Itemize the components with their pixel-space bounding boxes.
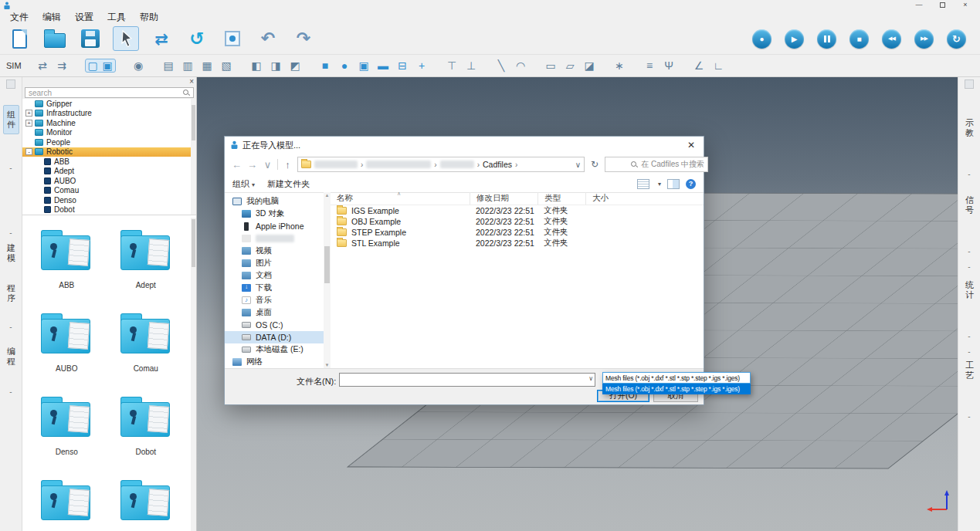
undo-button[interactable]: ↶ <box>255 26 281 51</box>
tree-scrollbar[interactable] <box>191 99 196 215</box>
close-button[interactable]: × <box>954 0 977 11</box>
place-disk-e[interactable]: 本地磁盘 (E:) <box>225 343 324 356</box>
line-icon[interactable]: ╲ <box>494 59 509 72</box>
panel-close-button[interactable]: × <box>189 77 194 86</box>
tab-statistics[interactable]: 统计 <box>963 276 976 304</box>
column-size[interactable]: 大小 <box>585 192 626 205</box>
folder-comau[interactable]: Comau <box>120 301 171 384</box>
layers-icon[interactable]: ≡ <box>643 59 657 72</box>
save-button[interactable] <box>77 26 103 51</box>
organize-button[interactable]: 组织▾ <box>232 178 255 190</box>
tree-item-comau[interactable]: Comau <box>22 186 192 196</box>
place-music[interactable]: 音乐 <box>225 294 324 306</box>
chevron-down-icon[interactable]: ▾ <box>658 181 661 188</box>
tree-item-aubo[interactable]: AUBO <box>22 176 192 186</box>
place-os-c[interactable]: OS (C:) <box>225 319 324 331</box>
component-search-input[interactable]: search <box>25 87 194 98</box>
places-scrollbar[interactable]: ▲ ▼ <box>324 192 331 368</box>
redo-button[interactable]: ↷ <box>290 26 317 51</box>
replay-button[interactable]: ↻ <box>947 29 966 49</box>
connect-icon[interactable]: ⇄ <box>36 59 50 72</box>
plane-icon[interactable]: ▭ <box>544 59 558 72</box>
mirror-x-icon[interactable]: ◧ <box>249 59 264 72</box>
tree-item-gripper[interactable]: Gripper <box>22 99 192 109</box>
file-type-option-highlighted[interactable]: Mesh files (*.obj *.dxf *.stl *.stp *.st… <box>602 384 751 394</box>
stop-button[interactable]: ■ <box>849 29 869 49</box>
address-bar[interactable]: › › › Cadfiles › ∨ <box>297 157 585 172</box>
tree-item-infr[interactable]: + Infrastructure <box>22 109 192 119</box>
transfer-icon[interactable]: ⇉ <box>55 59 70 72</box>
eye-icon[interactable]: ◉ <box>131 59 146 72</box>
viewport-3d[interactable]: 正在导入模型... ✕ ← → ∨ ↑ › › <box>197 77 958 531</box>
recent-locations-icon[interactable]: ∨ <box>262 159 273 171</box>
measure-top-icon[interactable]: ⊤ <box>445 59 459 72</box>
section-icon[interactable]: ◪ <box>582 59 597 72</box>
tree-item-machine[interactable]: + Machine <box>22 118 192 128</box>
file-row-step[interactable]: STEP Example 2022/3/23 22:51 文件夹 <box>331 227 704 238</box>
box-shape-icon[interactable]: ■ <box>318 59 333 72</box>
rotate-tool-button[interactable]: ↺ <box>184 26 210 51</box>
open-file-button[interactable] <box>42 26 68 51</box>
add-geometry-icon[interactable]: + <box>415 59 429 72</box>
tab-teach[interactable]: 示教 <box>963 114 976 142</box>
cube-select-icon[interactable]: ▣ <box>100 59 115 72</box>
folder-denso[interactable]: Denso <box>41 384 92 468</box>
menu-file[interactable]: 文件 <box>3 11 36 24</box>
place-documents[interactable]: 文档 <box>225 269 324 282</box>
file-row-obj[interactable]: OBJ Example 2022/3/23 22:51 文件夹 <box>331 216 704 227</box>
folder-aubo[interactable]: AUBO <box>41 301 92 384</box>
scroll-thumb[interactable] <box>324 246 330 283</box>
fast-forward-button[interactable]: ▶▶ <box>914 29 934 49</box>
place-desktop[interactable]: 桌面 <box>225 306 324 319</box>
mirror-y-icon[interactable]: ◨ <box>269 59 283 72</box>
chevron-down-icon[interactable]: ∨ <box>588 375 593 382</box>
place-videos[interactable]: 视频 <box>225 245 324 257</box>
place-network[interactable]: 网络 <box>225 356 324 368</box>
file-row-igs[interactable]: IGS Example 2022/3/23 22:51 文件夹 <box>331 205 704 216</box>
frame-icon[interactable]: ▱ <box>563 59 578 72</box>
stack-shape-icon[interactable]: ⊟ <box>395 59 410 72</box>
address-dropdown-icon[interactable]: ∨ <box>575 161 581 169</box>
panel-scrollbar[interactable] <box>191 218 196 531</box>
rewind-button[interactable]: ◀◀ <box>882 29 901 49</box>
sphere-shape-icon[interactable]: ● <box>337 59 352 72</box>
collapse-panel-button[interactable] <box>965 79 974 89</box>
clone-icon[interactable]: ▦ <box>200 59 215 72</box>
center-view-button[interactable] <box>219 26 246 51</box>
tab-programming[interactable]: 编程 <box>5 343 18 370</box>
pause-button[interactable] <box>817 29 836 49</box>
folder-abb[interactable]: ABB <box>41 218 92 301</box>
new-file-button[interactable] <box>6 26 32 51</box>
place-data-d[interactable]: DATA (D:) <box>225 331 324 343</box>
preview-pane-icon[interactable] <box>667 179 680 189</box>
place-redacted[interactable] <box>225 232 324 245</box>
translate-tool-button[interactable]: ⇄ <box>148 26 175 51</box>
record-button[interactable]: ● <box>752 29 771 49</box>
menu-tools[interactable]: 工具 <box>100 11 133 24</box>
arc-icon[interactable]: ◠ <box>514 59 528 72</box>
place-pictures[interactable]: 图片 <box>225 257 324 269</box>
scroll-down-icon[interactable]: ▼ <box>324 363 331 367</box>
help-icon[interactable]: ? <box>686 179 696 189</box>
paste-icon[interactable]: ▥ <box>181 59 195 72</box>
folder-adept[interactable]: Adept <box>120 218 171 301</box>
cube-wire-icon[interactable]: ▢ <box>86 59 100 72</box>
tree-icon[interactable]: Ψ <box>662 59 677 72</box>
minimize-button[interactable]: — <box>907 0 931 11</box>
tree-item-abb[interactable]: ABB <box>22 157 192 167</box>
new-folder-button[interactable]: 新建文件夹 <box>267 178 310 190</box>
tab-process[interactable]: 工艺 <box>963 357 976 384</box>
menu-settings[interactable]: 设置 <box>68 11 100 24</box>
play-button[interactable]: ▶ <box>785 29 804 49</box>
tree-item-denso[interactable]: Denso <box>22 195 192 205</box>
cube-shape-icon[interactable]: ▣ <box>357 59 371 72</box>
expander-icon[interactable]: - <box>25 148 32 155</box>
file-type-selected[interactable]: Mesh files (*.obj *.dxf *.stl *.stp *.st… <box>602 372 751 384</box>
column-name[interactable]: 名称∧ <box>331 192 470 205</box>
tree-item-people[interactable]: People <box>22 137 192 147</box>
angle-icon[interactable]: ∠ <box>692 59 707 72</box>
scroll-up-icon[interactable]: ▲ <box>324 193 331 198</box>
filename-input[interactable] <box>339 373 595 387</box>
collapse-panel-button[interactable] <box>6 79 15 89</box>
tree-item-robotic[interactable]: - Robotic <box>22 147 192 157</box>
